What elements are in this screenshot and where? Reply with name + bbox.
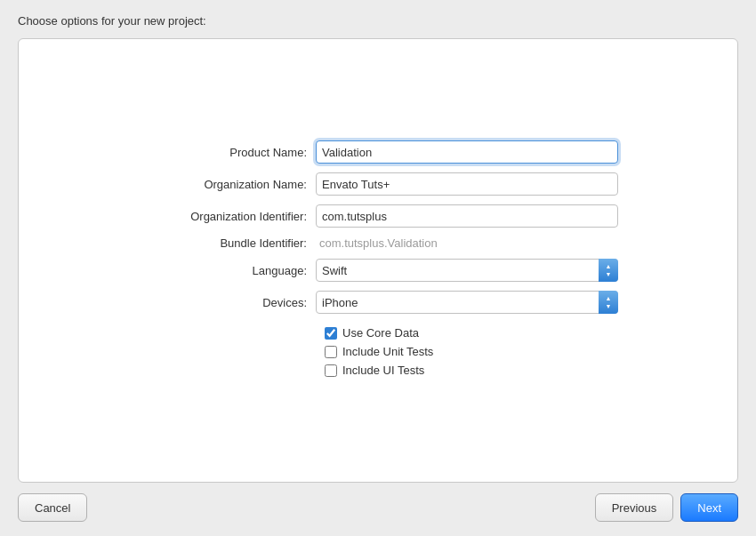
bundle-id-control: com.tutsplus.Validation (316, 236, 618, 250)
main-panel: Product Name: Organization Name: Organiz… (18, 38, 738, 483)
devices-select[interactable]: iPhone iPad Universal (316, 291, 618, 314)
cancel-button[interactable]: Cancel (18, 493, 87, 522)
org-id-label: Organization Identifier: (138, 210, 316, 223)
devices-control: iPhone iPad Universal (316, 291, 618, 314)
next-button[interactable]: Next (680, 493, 738, 522)
page-title: Choose options for your new project: (18, 14, 738, 28)
language-control: Swift Objective-C (316, 259, 618, 282)
previous-button[interactable]: Previous (595, 493, 674, 522)
language-select[interactable]: Swift Objective-C (316, 259, 618, 282)
unit-tests-label: Include Unit Tests (342, 345, 433, 358)
footer-right: Previous Next (595, 493, 738, 522)
unit-tests-checkbox-row: Include Unit Tests (325, 345, 618, 358)
core-data-label: Use Core Data (342, 326, 419, 340)
org-name-control (316, 172, 618, 196)
ui-tests-checkbox-row: Include UI Tests (325, 364, 618, 377)
language-select-wrapper: Swift Objective-C (316, 259, 618, 282)
devices-label: Devices: (138, 296, 316, 309)
ui-tests-checkbox[interactable] (325, 364, 337, 377)
footer: Cancel Previous Next (18, 493, 738, 522)
devices-row: Devices: iPhone iPad Universal (138, 291, 618, 314)
devices-select-wrapper: iPhone iPad Universal (316, 291, 618, 314)
product-name-label: Product Name: (138, 146, 316, 159)
org-id-control (316, 204, 618, 228)
ui-tests-label: Include UI Tests (342, 364, 424, 377)
checkboxes-area: Use Core Data Include Unit Tests Include… (325, 326, 618, 377)
form-area: Product Name: Organization Name: Organiz… (138, 140, 618, 380)
language-label: Language: (138, 264, 316, 277)
bundle-id-value: com.tutsplus.Validation (316, 236, 438, 250)
bundle-id-row: Bundle Identifier: com.tutsplus.Validati… (138, 236, 618, 250)
core-data-checkbox-row: Use Core Data (325, 326, 618, 340)
org-name-label: Organization Name: (138, 178, 316, 191)
core-data-checkbox[interactable] (325, 327, 337, 340)
language-row: Language: Swift Objective-C (138, 259, 618, 282)
product-name-input[interactable] (316, 140, 618, 164)
org-name-row: Organization Name: (138, 172, 618, 196)
unit-tests-checkbox[interactable] (325, 346, 337, 358)
bundle-id-label: Bundle Identifier: (138, 236, 316, 250)
product-name-row: Product Name: (138, 140, 618, 164)
org-id-row: Organization Identifier: (138, 204, 618, 228)
org-id-input[interactable] (316, 204, 618, 228)
product-name-control (316, 140, 618, 164)
org-name-input[interactable] (316, 172, 618, 196)
